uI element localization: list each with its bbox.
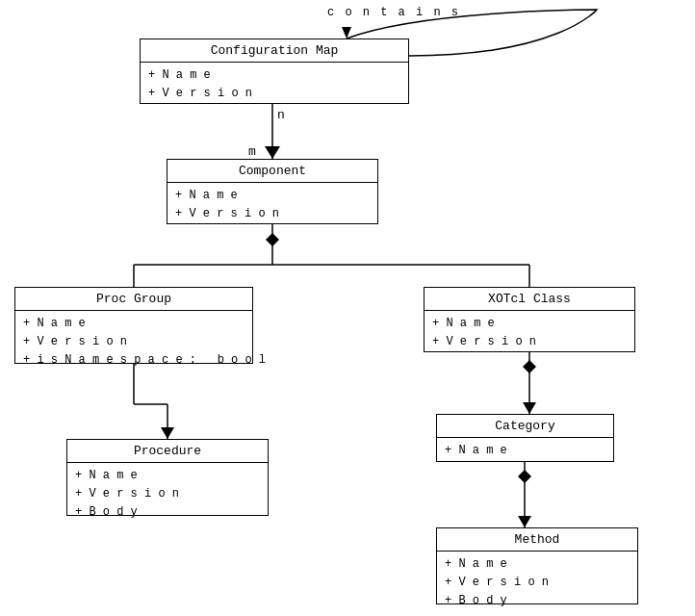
xotcl-class-attrs: + N a m e + V e r s i o n (425, 311, 634, 355)
procedure-box: Procedure + N a m e + V e r s i o n + B … (66, 439, 269, 516)
category-box: Category + N a m e (436, 414, 614, 462)
category-attrs: + N a m e (437, 438, 613, 464)
proc-group-attrs: + N a m e + V e r s i o n + i s N a m e … (15, 311, 252, 374)
xotcl-class-title: XOTcl Class (425, 288, 634, 311)
method-attrs: + N a m e + V e r s i o n + B o d y (437, 552, 637, 615)
config-map-title: Configuration Map (141, 39, 408, 63)
contains-label: c o n t a i n s (327, 6, 460, 19)
category-title: Category (437, 415, 613, 438)
component-attrs: + N a m e + V e r s i o n (167, 183, 377, 227)
config-map-attrs: + N a m e + V e r s i o n (141, 63, 408, 107)
component-title: Component (167, 160, 377, 183)
proc-group-title: Proc Group (15, 288, 252, 311)
xotcl-class-box: XOTcl Class + N a m e + V e r s i o n (424, 287, 635, 352)
svg-marker-2 (265, 146, 280, 159)
svg-marker-15 (518, 516, 531, 527)
method-box: Method + N a m e + V e r s i o n + B o d… (436, 527, 638, 604)
svg-marker-17 (518, 470, 531, 483)
method-title: Method (437, 528, 637, 552)
component-box: Component + N a m e + V e r s i o n (167, 159, 378, 224)
m-label: m (248, 144, 256, 159)
svg-marker-0 (342, 27, 351, 38)
proc-group-box: Proc Group + N a m e + V e r s i o n + i… (14, 287, 253, 364)
svg-marker-16 (523, 360, 536, 373)
n-label-bottom: n (277, 108, 285, 122)
procedure-attrs: + N a m e + V e r s i o n + B o d y (67, 463, 268, 526)
svg-marker-11 (161, 427, 174, 439)
svg-marker-13 (523, 402, 536, 414)
svg-marker-7 (266, 233, 279, 246)
uml-diagram: c o n t a i n s n n m Configuration Map … (0, 0, 695, 616)
procedure-title: Procedure (67, 440, 268, 463)
config-map-box: Configuration Map + N a m e + V e r s i … (140, 38, 409, 104)
